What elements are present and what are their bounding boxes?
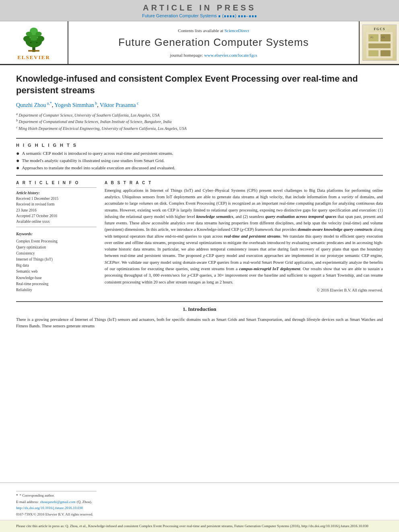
asterisk-icon: *	[16, 493, 18, 499]
email-label: E-mail address:	[16, 499, 39, 505]
authors-line: Qunzhi Zhou a,*, Yogesh Simmhan b, Vikto…	[16, 101, 383, 109]
elsevier-logo: ELSEVIER	[17, 25, 50, 61]
abstract-text: Emerging applications in Internet of Thi…	[105, 187, 383, 286]
affiliation-1: a Department of Computer Science, Univer…	[16, 112, 383, 118]
chi-cep-symbol: χ	[241, 227, 243, 232]
author-3-name: Viktor Prasanna	[100, 102, 136, 108]
highlights-header: H I G H L I G H T S	[16, 143, 383, 148]
highlights-section: H I G H L I G H T S ● A semantic CEP mod…	[16, 143, 383, 171]
email-suffix: (Q. Zhou).	[77, 499, 92, 505]
bolditalic-realtime: real-time and persistent streams	[224, 234, 280, 238]
citation-bar: Please cite this article in press as: Q.…	[0, 520, 399, 532]
intro-text: There is a growing prevalence of Interne…	[16, 316, 383, 330]
svg-text:CS: CS	[382, 36, 385, 39]
cover-art-icon: FG CS	[366, 32, 393, 58]
corresponding-author-line: * * Corresponding author.	[16, 493, 383, 499]
history-item-4: Accepted 27 October 2016	[16, 213, 97, 219]
chi-cep-symbol-2: χ	[203, 253, 205, 258]
paper-title: Knowledge-infused and consistent Complex…	[16, 73, 383, 96]
svg-point-5	[37, 36, 44, 42]
divider-after-highlights	[16, 175, 383, 176]
bolditalic-knowledge: knowledge semantics	[196, 214, 233, 219]
footnotes-divider	[16, 491, 97, 491]
elsevier-brand-text: ELSEVIER	[17, 54, 50, 61]
copyright-line: © 2016 Elsevier B.V. All rights reserved…	[105, 288, 383, 292]
keyword-8: Real-time processing	[16, 281, 97, 287]
corresponding-label: * Corresponding author.	[20, 493, 55, 499]
fgcs-cover-image: F G C S FG CS	[362, 25, 397, 61]
keyword-4: Internet of Things (IoT)	[16, 257, 97, 263]
divider-before-intro	[16, 301, 383, 302]
elsevier-tree-icon	[18, 25, 50, 53]
doi-link[interactable]: http://dx.doi.org/10.1016/j.future.2016.…	[16, 505, 83, 511]
svg-rect-18	[380, 50, 391, 56]
article-in-press-banner: ARTICLE IN PRESS Future Generation Compu…	[0, 0, 399, 21]
divider-after-affiliations	[16, 138, 383, 139]
svg-point-6	[26, 32, 32, 36]
email-link[interactable]: zhouqunzhi@gmail.com	[40, 499, 76, 505]
journal-cover-thumbnail: F G C S FG CS	[359, 21, 399, 64]
elsevier-logo-section: ELSEVIER	[0, 21, 68, 64]
chi-cep-symbol-3: χ	[187, 273, 189, 277]
svg-point-7	[36, 32, 42, 36]
svg-point-8	[30, 42, 32, 43]
affiliation-2: b Department of Computational and Data S…	[16, 118, 383, 125]
bullet-icon-3: ●	[16, 165, 19, 171]
author-3-super: c	[136, 101, 139, 105]
keyword-7: Knowledge-base	[16, 275, 97, 281]
italic-velocity: velocity	[269, 195, 283, 199]
svg-point-4	[23, 36, 31, 42]
highlight-item-2: ● The model's analytic capability is ill…	[16, 158, 383, 164]
page-wrapper: ARTICLE IN PRESS Future Generation Compu…	[0, 0, 399, 532]
aip-text: ARTICLE IN PRESS	[0, 3, 399, 12]
author-2-name: Yogesh Simmhan	[54, 102, 94, 108]
journal-header: ELSEVIER Contents lists available at Sci…	[0, 21, 399, 65]
journal-title: Future Generation Computer Systems	[118, 36, 309, 49]
introduction-section: 1. Introduction There is a growing preva…	[16, 301, 383, 330]
history-item-1: Received 1 December 2015	[16, 196, 97, 201]
abstract-header: A B S T R A C T	[105, 181, 383, 185]
article-info-block: Article history: Received 1 December 201…	[16, 187, 97, 228]
svg-rect-16	[368, 43, 391, 48]
keywords-section: Keywords: Complex Event Processing Query…	[16, 231, 97, 293]
author-1-super: a,*	[46, 101, 51, 105]
two-column-layout: A R T I C L E I N F O Article history: R…	[16, 181, 383, 293]
keyword-3: Consistency	[16, 251, 97, 257]
bullet-icon-1: ●	[16, 151, 19, 156]
italic-variety: variety	[341, 195, 353, 199]
bolditalic-campus: campus-microgrid IoT deployment	[239, 267, 300, 271]
journal-header-center: Contents lists available at ScienceDirec…	[68, 21, 359, 64]
history-item-2: Received in revised form	[16, 201, 97, 207]
svg-point-11	[37, 37, 38, 38]
italic-volumes: volumes	[139, 201, 153, 205]
highlight-item-1: ● A semantic CEP model is introduced to …	[16, 151, 383, 156]
bullet-icon-2: ●	[16, 158, 19, 164]
keyword-1: Complex Event Processing	[16, 238, 97, 244]
keyword-9: Reliability	[16, 287, 97, 293]
abstract-column: A B S T R A C T Emerging applications in…	[105, 181, 383, 293]
svg-rect-17	[368, 50, 378, 56]
email-line: E-mail address: zhouqunzhi@gmail.com (Q.…	[16, 499, 383, 505]
issn-text: 0167-739X/© 2016 Elsevier B.V. All right…	[16, 512, 93, 518]
author-1-name: Qunzhi Zhou	[16, 102, 46, 108]
sciencedirect-link[interactable]: ScienceDirect	[224, 28, 249, 33]
svg-point-10	[29, 37, 31, 38]
journal-issue-link: Future Generation Computer Systems ∎ (∎∎…	[0, 13, 399, 18]
svg-rect-12	[28, 50, 39, 51]
contents-available: Contents lists available at ScienceDirec…	[178, 28, 249, 33]
affiliation-3: c Ming Hsieh Department of Electrical En…	[16, 125, 383, 131]
article-info-header: A R T I C L E I N F O	[16, 181, 97, 185]
keywords-label: Keywords:	[16, 231, 97, 237]
bolditalic-query: query evaluation across temporal spaces	[265, 214, 336, 219]
article-info-column: A R T I C L E I N F O Article history: R…	[16, 181, 97, 293]
footnotes-area: * * Corresponding author. E-mail address…	[0, 483, 399, 520]
italic-scepter: SCEPter	[105, 260, 119, 265]
affiliations: a Department of Computer Science, Univer…	[16, 112, 383, 131]
history-label: Article history:	[16, 190, 97, 196]
keyword-6: Semantic web	[16, 269, 97, 275]
history-item-3: 23 June 2016	[16, 207, 97, 213]
citation-text: Please cite this article in press as: Q.…	[16, 524, 368, 528]
article-content: Knowledge-infused and consistent Complex…	[0, 65, 399, 483]
journal-homepage: journal homepage: www.elsevier.com/locat…	[170, 53, 257, 58]
homepage-link[interactable]: www.elsevier.com/locate/fgcs	[204, 53, 257, 58]
